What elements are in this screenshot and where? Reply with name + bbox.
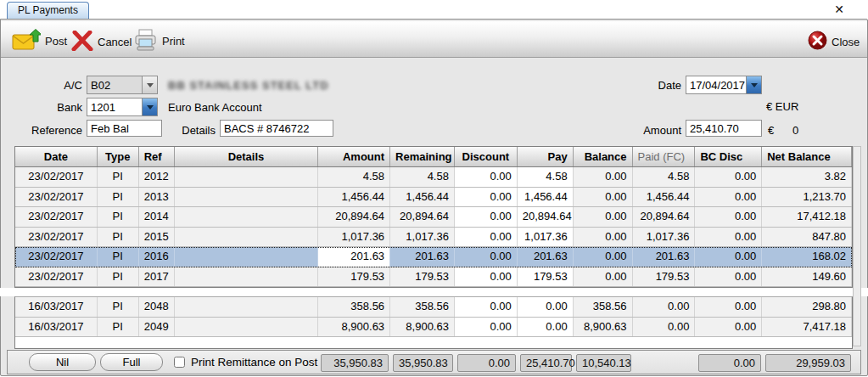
amount-cell: 8,900.63 [318,318,390,337]
ac-combo[interactable]: B02 [87,76,158,94]
column-header-paid_fc[interactable]: Paid (FC) [633,147,696,166]
reference-input[interactable] [87,120,162,137]
table-row[interactable]: 23/02/2017PI20151,017.361,017.360.001,01… [15,228,852,248]
column-header-date[interactable]: Date [15,147,98,166]
print-button[interactable]: Print [132,28,185,54]
table-row[interactable]: 16/03/2017PI20498,900.638,900.630.000.00… [15,318,852,338]
net_balance-cell: 847.80 [762,228,852,247]
type-cell: PI [98,318,139,337]
bank-value: 1201 [87,98,142,115]
paid_fc-cell: 1,456.44 [633,188,696,207]
discount-cell[interactable]: 0.00 [455,188,518,207]
discount-cell[interactable]: 0.00 [455,267,518,287]
column-header-balance[interactable]: Balance [574,147,633,166]
balance-cell: 8,900.63 [574,318,633,337]
close-button[interactable]: Close [808,31,860,53]
print-remittance-checkbox[interactable] [174,357,185,368]
paid_fc-cell: 0.00 [633,318,696,337]
column-header-ref[interactable]: Ref [139,147,175,166]
pay-cell[interactable]: 0.00 [518,297,574,317]
remaining-cell: 8,900.63 [390,318,455,337]
nil-button[interactable]: Nil [29,353,96,371]
details-label: Details [182,124,216,137]
date-dropdown-icon[interactable] [746,76,761,93]
post-envelope-icon [12,29,41,53]
net_balance-cell: 1,213.70 [762,188,852,207]
pl-payments-window: PL Payments ✕ Post Cancel [0,0,868,377]
pay-cell[interactable]: 201.63 [518,247,574,267]
details-cell [175,297,319,317]
type-cell: PI [98,167,139,187]
amount-cell: 1,017.36 [318,228,390,247]
pay-cell[interactable]: 1,017.36 [518,228,574,247]
balance-cell: 0.00 [574,207,633,227]
ref-cell: 2013 [139,188,175,207]
net_balance-cell: 3.82 [762,167,852,187]
bank-dropdown-icon[interactable] [142,98,157,115]
ac-dropdown-icon[interactable] [142,76,157,93]
date-value: 17/04/2017 [686,76,746,93]
discount-cell[interactable]: 0.00 [455,228,518,247]
pay-cell[interactable]: 0.00 [518,318,574,337]
reference-label: Reference [17,124,82,137]
details-cell [175,318,319,337]
close-circle-icon [808,31,827,53]
pay-cell[interactable]: 4.58 [518,167,574,187]
bc_disc-cell: 0.00 [695,228,762,247]
column-header-pay[interactable]: Pay [518,147,574,166]
payments-table-upper: DateTypeRefDetailsAmountRemainingDiscoun… [14,146,853,288]
table-row[interactable]: 23/02/2017PI20124.584.580.004.580.004.58… [15,167,852,188]
table-row[interactable]: 23/02/2017PI2017179.53179.530.00179.530.… [15,267,852,288]
remaining-cell: 358.56 [390,297,455,317]
bank-combo[interactable]: 1201 [87,98,158,116]
discount-cell[interactable]: 0.00 [455,247,518,267]
table-row[interactable]: 23/02/2017PI201420,894.6420,894.640.0020… [15,207,852,228]
ref-cell: 2012 [139,167,175,187]
column-header-discount[interactable]: Discount [455,147,518,166]
table-header-row: DateTypeRefDetailsAmountRemainingDiscoun… [15,147,852,167]
column-header-amount[interactable]: Amount [318,147,390,166]
tab-pl-payments[interactable]: PL Payments [7,2,89,19]
discount-cell[interactable]: 0.00 [455,167,518,187]
table-row[interactable]: 23/02/2017PI2016201.63201.630.00201.630.… [15,247,852,267]
bc_disc-cell: 0.00 [695,267,762,287]
balance-cell: 0.00 [574,247,633,267]
ac-label: A/C [34,79,82,92]
post-button[interactable]: Post [12,29,67,53]
discount-cell[interactable]: 0.00 [455,318,518,337]
table-empty-filler [15,337,852,348]
ref-cell: 2016 [139,247,175,267]
window-close-icon[interactable]: ✕ [834,3,844,16]
column-header-remaining[interactable]: Remaining [390,147,455,166]
bank-account-name: Euro Bank Account [168,101,262,114]
bc_disc-cell: 0.00 [695,297,762,317]
column-header-type[interactable]: Type [98,147,139,166]
column-header-details[interactable]: Details [175,147,319,166]
details-input[interactable] [220,120,333,137]
pay-cell[interactable]: 179.53 [518,267,574,287]
pay-cell[interactable]: 20,894.64 [518,207,574,227]
discount-cell[interactable]: 0.00 [455,207,518,227]
remaining-cell: 20,894.64 [390,207,455,227]
amount-cell: 179.53 [318,267,390,287]
printer-icon [132,28,158,54]
vertical-scrollbar[interactable] [853,146,861,346]
discount-cell[interactable]: 0.00 [455,297,518,317]
details-cell [175,267,319,287]
cancel-button[interactable]: Cancel [71,31,132,53]
details-cell [175,228,319,247]
pay-cell[interactable]: 1,456.44 [518,188,574,207]
table-row[interactable]: 23/02/2017PI20131,456.441,456.440.001,45… [15,188,852,208]
table-row[interactable]: 16/03/2017PI2048358.56358.560.000.00358.… [15,297,852,318]
amount-input[interactable] [686,120,762,137]
date-cell: 23/02/2017 [15,167,98,187]
ac-account-name: BB STAINLESS STEEL LTD [168,79,329,92]
full-button[interactable]: Full [100,353,163,371]
column-header-bc_disc[interactable]: BC Disc [695,147,762,166]
cancel-x-icon [71,31,93,53]
date-cell: 23/02/2017 [15,228,98,247]
date-combo[interactable]: 17/04/2017 [686,76,762,94]
bc_disc-cell: 0.00 [695,207,762,227]
group-break-band [0,288,868,296]
column-header-net_balance[interactable]: Net Balance [762,147,852,166]
